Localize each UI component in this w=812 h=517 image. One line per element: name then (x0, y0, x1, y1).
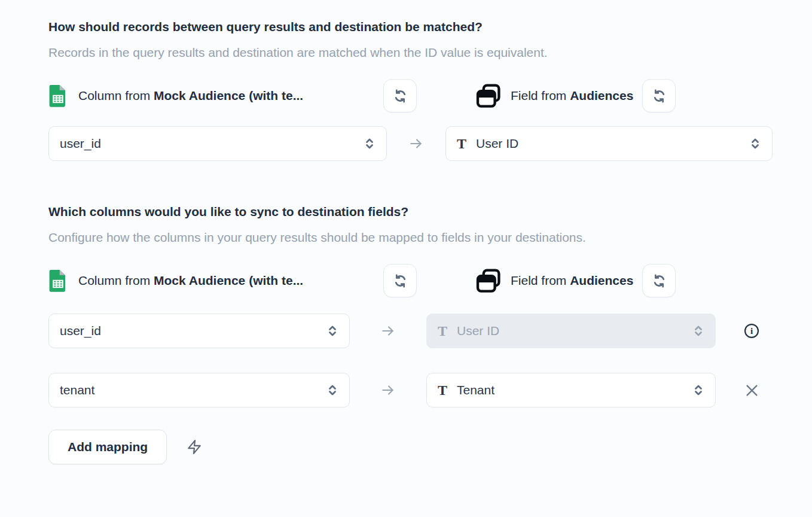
refresh-source-columns-button[interactable] (383, 264, 417, 297)
select-chevrons-icon (325, 324, 340, 338)
arrow-right-icon (380, 323, 396, 339)
select-chevrons-icon (362, 136, 377, 151)
mapping-arrow-cell (350, 382, 426, 398)
matching-heading: How should records between query results… (48, 18, 773, 36)
refresh-icon (392, 273, 408, 289)
select-value: Tenant (457, 383, 494, 397)
matching-mapping-row: user_id T User ID (48, 126, 773, 161)
select-value: user_id (60, 136, 101, 151)
audiences-icon (475, 267, 502, 294)
sync-source-label: Column from Mock Audience (with te... (78, 273, 303, 288)
sync-mapping-row: user_id T User ID (48, 314, 773, 348)
text-type-icon: T (438, 383, 447, 397)
select-value: User ID (457, 324, 499, 338)
mapping-arrow-cell (387, 136, 445, 151)
sync-field-mapping-page: How should records between query results… (0, 0, 812, 517)
sync-source-column-select[interactable]: tenant (48, 373, 350, 407)
select-chevrons-icon (325, 383, 340, 397)
text-type-icon: T (457, 136, 466, 151)
matching-source-header: Column from Mock Audience (with te... (48, 79, 417, 112)
sync-source-header: Column from Mock Audience (with te... (48, 264, 417, 297)
refresh-source-columns-button[interactable] (383, 79, 417, 112)
sync-destination-label: Field from Audiences (511, 273, 633, 288)
match-source-column-select[interactable]: user_id (48, 126, 387, 161)
refresh-icon (392, 88, 408, 104)
info-icon[interactable]: i (743, 323, 760, 339)
sync-mapping-row: tenant T Tenant (48, 373, 773, 407)
arrow-right-icon (408, 136, 424, 151)
matching-source-label: Column from Mock Audience (with te... (78, 89, 303, 103)
refresh-destination-fields-button[interactable] (642, 79, 676, 112)
arrow-right-icon (380, 382, 396, 398)
sync-destination-field-select-disabled: T User ID (426, 314, 716, 348)
select-chevrons-icon (691, 383, 706, 397)
lightning-icon[interactable] (187, 439, 202, 455)
sync-footer-row: Add mapping (48, 430, 773, 464)
header-spacer (417, 264, 475, 297)
mapping-action-cell (716, 382, 762, 399)
section-record-matching: How should records between query results… (48, 18, 773, 161)
refresh-icon (651, 88, 667, 104)
mapping-arrow-cell (350, 323, 426, 339)
sync-destination-header: Field from Audiences (475, 264, 773, 297)
section-column-sync: Which columns would you like to sync to … (48, 203, 773, 464)
google-sheets-icon (48, 269, 68, 293)
select-value: user_id (60, 324, 101, 338)
sync-header-row: Column from Mock Audience (with te... (48, 264, 773, 297)
audiences-icon (475, 83, 502, 109)
match-destination-field-select[interactable]: T User ID (445, 126, 773, 161)
select-chevrons-icon (748, 136, 762, 151)
matching-destination-label: Field from Audiences (511, 89, 633, 103)
header-spacer (417, 79, 475, 112)
google-sheets-icon (48, 84, 68, 108)
refresh-icon (651, 273, 667, 289)
sync-heading: Which columns would you like to sync to … (48, 203, 773, 221)
close-icon[interactable] (744, 382, 760, 399)
text-type-icon: T (438, 324, 447, 338)
sync-destination-field-select[interactable]: T Tenant (426, 373, 716, 407)
sync-description: Configure how the columns in your query … (48, 226, 682, 250)
select-value: tenant (60, 383, 94, 397)
mapping-action-cell: i (716, 323, 762, 339)
matching-description: Records in the query results and destina… (48, 41, 773, 65)
matching-destination-header: Field from Audiences (475, 79, 773, 112)
select-chevrons-icon (691, 324, 706, 338)
matching-header-row: Column from Mock Audience (with te... (48, 79, 773, 112)
sync-source-column-select[interactable]: user_id (48, 314, 350, 348)
add-mapping-button[interactable]: Add mapping (48, 430, 167, 464)
svg-text:i: i (750, 326, 753, 336)
select-value: User ID (476, 136, 518, 151)
refresh-destination-fields-button[interactable] (642, 264, 676, 297)
